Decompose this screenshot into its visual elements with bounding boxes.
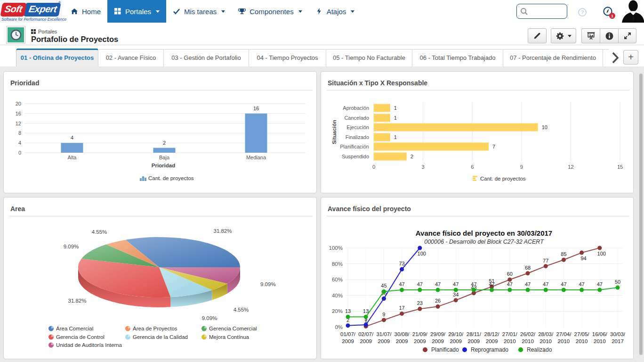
svg-text:31/07/: 31/07/: [376, 331, 392, 337]
svg-text:1: 1: [394, 105, 397, 111]
svg-text:2009: 2009: [486, 338, 498, 344]
tab-5[interactable]: 05 - Tiempo No Facturable: [326, 49, 412, 66]
nav-item-atajos[interactable]: Atajos: [309, 0, 362, 23]
legend-cant-de-proyectos: Cant. de proyectos: [140, 175, 194, 181]
svg-text:77: 77: [543, 258, 548, 263]
nav-item-mis-tareas[interactable]: Mis tareas: [166, 0, 232, 23]
svg-text:16: 16: [253, 106, 259, 111]
svg-text:27/04/: 27/04/: [556, 331, 572, 337]
svg-text:2009: 2009: [450, 338, 462, 344]
svg-text:30/03/: 30/03/: [610, 331, 626, 337]
portal-actions: [528, 28, 636, 43]
svg-text:29/10/: 29/10/: [448, 331, 464, 337]
breadcrumb-portales[interactable]: Portales: [38, 29, 57, 34]
panel-title-prioridad: Prioridad: [10, 79, 39, 87]
portal-view-buttons: [581, 28, 636, 43]
svg-text:2017: 2017: [612, 338, 624, 344]
fullscreen-button[interactable]: [618, 28, 636, 43]
pencil-icon: [533, 32, 541, 40]
softexpert-logo[interactable]: Soft Expert ® Software for Performance E…: [0, 0, 62, 23]
nav-item-componentes[interactable]: Componentes: [232, 0, 308, 23]
svg-text:9.09%: 9.09%: [202, 315, 217, 321]
svg-text:Cant. de proyectos: Cant. de proyectos: [480, 176, 526, 181]
pie-legend-item: Mejora Contínua: [201, 334, 250, 340]
svg-text:Aprobación: Aprobación: [343, 105, 369, 111]
svg-text:34: 34: [453, 292, 459, 297]
settings-dropdown-button[interactable]: [551, 28, 576, 43]
svg-text:02/07/: 02/07/: [358, 331, 374, 337]
dashboard-content: Prioridad 0481216204Alta2Baja16MedianaPr…: [0, 66, 644, 362]
pie-legend-item: Área de Proyectos: [125, 326, 177, 331]
svg-text:7: 7: [492, 144, 495, 149]
portals-icon: [114, 8, 121, 15]
search-input[interactable]: [529, 4, 566, 18]
svg-text:28/12/: 28/12/: [484, 331, 500, 337]
user-avatar[interactable]: [621, 0, 644, 23]
svg-text:31.82%: 31.82%: [213, 228, 232, 234]
svg-text:2010: 2010: [522, 338, 534, 344]
help-icon[interactable]: ?: [578, 8, 587, 16]
svg-text:Gerencia de la Calidad: Gerencia de la Calidad: [133, 334, 188, 340]
svg-text:Cancelado: Cancelado: [344, 115, 369, 121]
nav-item-portales[interactable]: Portales: [107, 0, 166, 23]
clock-icon: [8, 27, 24, 42]
checkmark-icon: [173, 8, 180, 15]
bar-chart-prioridad: 0481216204Alta2Baja16MedianaPrioridadCan…: [4, 90, 316, 193]
svg-text:20%: 20%: [332, 308, 343, 314]
panel-prioridad: Prioridad 0481216204Alta2Baja16MedianaPr…: [3, 71, 317, 193]
svg-text:47: 47: [561, 281, 566, 287]
svg-text:Gerencia de Control: Gerencia de Control: [56, 334, 105, 340]
nav-item-home[interactable]: Home: [64, 0, 107, 23]
svg-text:47: 47: [597, 281, 603, 287]
pending-activities-icon[interactable]: 1: [603, 0, 612, 23]
logo-soft: Soft: [0, 3, 26, 16]
tab-7[interactable]: 07 - Porcentaje de Rendimiento: [503, 49, 603, 66]
logo-tagline: Software for Performance Excellence: [1, 17, 66, 22]
svg-text:60: 60: [507, 271, 513, 277]
page-title: Portafolio de Proyectos: [31, 35, 118, 44]
edit-portal-button[interactable]: [528, 28, 547, 43]
presentation-button[interactable]: [581, 28, 600, 43]
tab-2[interactable]: 02 - Avance Físico: [98, 49, 164, 66]
svg-text:16/06/: 16/06/: [592, 331, 608, 337]
svg-text:47: 47: [453, 281, 459, 287]
tab-4[interactable]: 04 - Tiempo Proyectos: [249, 49, 326, 66]
svg-text:1: 1: [394, 115, 397, 121]
nav-item-label: Mis tareas: [184, 8, 217, 16]
svg-text:Mediana: Mediana: [246, 155, 266, 160]
svg-text:2009: 2009: [468, 338, 480, 344]
chevron-down-icon: [568, 35, 572, 37]
svg-text:100: 100: [418, 251, 426, 256]
svg-text:Suspendido: Suspendido: [342, 154, 369, 159]
panel-title-area: Area: [10, 205, 25, 213]
lightning-icon: [315, 8, 323, 15]
svg-text:9.09%: 9.09%: [64, 244, 79, 249]
presentation-icon: [587, 32, 595, 40]
svg-text:Reprogramado: Reprogramado: [471, 346, 508, 353]
svg-text:Finalizado: Finalizado: [346, 134, 369, 140]
line-chart-avance: Avance físico del proyecto en 30/03/2017…: [321, 216, 633, 359]
vertical-scrollbar-thumb[interactable]: [639, 74, 643, 355]
tab-3[interactable]: 03 - Gestión de Portafolio: [163, 49, 249, 66]
svg-text:1: 1: [394, 134, 397, 140]
add-tab-button[interactable]: +: [623, 50, 638, 65]
svg-text:13: 13: [363, 308, 369, 314]
svg-text:10: 10: [542, 124, 547, 130]
svg-text:Realizado: Realizado: [527, 346, 552, 353]
tabs-scroll-right-button[interactable]: [608, 49, 622, 66]
svg-text:Situación: Situación: [331, 120, 337, 144]
svg-text:4.55%: 4.55%: [233, 307, 249, 313]
info-button[interactable]: [600, 28, 618, 43]
svg-text:2009: 2009: [342, 338, 354, 344]
logo-expert: Expert: [23, 3, 61, 16]
svg-text:2009: 2009: [396, 338, 408, 344]
svg-text:26: 26: [435, 298, 441, 304]
svg-text:13: 13: [345, 308, 351, 314]
svg-text:Unidad de Auditoría Interna: Unidad de Auditoría Interna: [56, 342, 122, 348]
tab-1[interactable]: 01 - Oficina de Proyectos: [16, 49, 98, 66]
tab-6[interactable]: 06 - Total Tiempo Trabajado: [412, 49, 503, 66]
gear-icon: [556, 32, 564, 40]
svg-text:16: 16: [16, 111, 21, 116]
info-icon: [605, 32, 613, 40]
pie-chart-area: 31.82%9.09%4.55%9.09%31.82%9.09%4.55%Áre…: [4, 216, 316, 359]
